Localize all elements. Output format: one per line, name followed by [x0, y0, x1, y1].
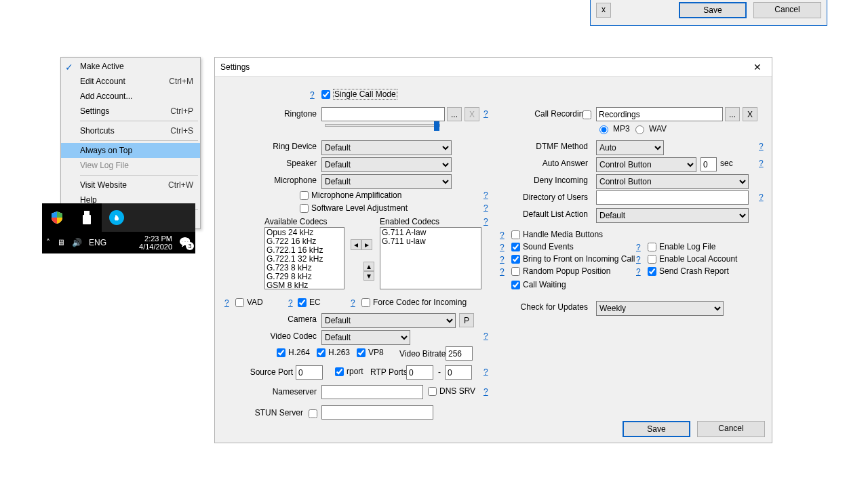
recordings-clear-button[interactable]: X — [743, 107, 757, 121]
tray-security-icon[interactable] — [42, 203, 72, 232]
ec-checkbox[interactable] — [298, 298, 307, 307]
tray-app-icon[interactable] — [102, 203, 132, 232]
menu-shortcuts[interactable]: ShortcutsCtrl+S — [61, 123, 200, 138]
enable-local-checkbox[interactable] — [648, 255, 656, 264]
help-link[interactable]: ? — [484, 217, 488, 226]
deny-incoming-select[interactable]: Control Button — [596, 174, 749, 189]
force-codec-checkbox[interactable] — [361, 298, 370, 307]
tray-clock[interactable]: 2:23 PM 4/14/2020 — [139, 235, 172, 251]
parent-cancel-button[interactable]: Cancel — [753, 2, 821, 18]
wav-radio[interactable] — [635, 125, 644, 134]
tray-usb-icon[interactable] — [72, 203, 102, 232]
enabled-codecs-list[interactable]: G.711 A-law G.711 u-law — [380, 227, 481, 289]
send-crash-checkbox[interactable] — [648, 267, 656, 276]
speaker-select[interactable]: Default — [321, 157, 452, 172]
codec-move-left-button[interactable]: ◂ — [351, 239, 361, 250]
help-link[interactable]: ? — [224, 298, 229, 308]
auto-answer-select[interactable]: Control Button — [596, 157, 696, 172]
dns-srv-checkbox[interactable] — [428, 387, 437, 396]
help-link[interactable]: ? — [288, 298, 293, 308]
ringtone-volume-slider[interactable] — [325, 124, 440, 127]
parent-dialog-x-button[interactable]: x — [596, 3, 611, 18]
bring-front-checkbox[interactable] — [511, 255, 520, 264]
menu-view-log[interactable]: View Log File — [61, 158, 200, 173]
enable-log-checkbox[interactable] — [648, 243, 656, 251]
tray-chevron-up-icon[interactable]: ˄ — [46, 238, 50, 247]
handle-media-checkbox[interactable] — [511, 230, 520, 239]
codec-move-up-button[interactable]: ▴ — [363, 262, 374, 271]
help-link[interactable]: ? — [484, 331, 488, 341]
menu-add-account[interactable]: Add Account... — [61, 89, 200, 104]
help-link[interactable]: ? — [351, 298, 355, 308]
menu-edit-account[interactable]: Edit AccountCtrl+M — [61, 74, 200, 89]
cancel-button[interactable]: Cancel — [697, 421, 765, 437]
sw-level-checkbox[interactable] — [300, 204, 309, 213]
stun-checkbox[interactable] — [309, 409, 317, 418]
titlebar[interactable]: Settings ✕ — [215, 58, 772, 77]
available-codecs-list[interactable]: Opus 24 kHz G.722 16 kHz G.722.1 16 kHz … — [264, 227, 344, 289]
slider-thumb-icon[interactable] — [434, 121, 439, 131]
help-link[interactable]: ? — [484, 387, 488, 396]
codec-move-right-button[interactable]: ▸ — [361, 239, 372, 250]
tray-monitor-icon[interactable]: 🖥 — [57, 238, 65, 247]
recordings-browse-button[interactable]: ... — [725, 107, 740, 121]
help-link[interactable]: ? — [759, 142, 764, 151]
auto-answer-delay-input[interactable] — [701, 157, 717, 171]
call-waiting-checkbox[interactable] — [511, 281, 520, 289]
h264-checkbox[interactable] — [277, 348, 285, 357]
help-link[interactable]: ? — [500, 267, 505, 277]
help-link[interactable]: ? — [484, 367, 488, 377]
parent-save-button[interactable]: Save — [679, 2, 747, 18]
menu-visit-website[interactable]: Visit WebsiteCtrl+W — [61, 178, 200, 192]
camera-preview-button[interactable]: P — [459, 313, 474, 327]
default-list-select[interactable]: Default — [596, 208, 749, 223]
help-link[interactable]: ? — [500, 255, 505, 264]
help-link[interactable]: ? — [759, 159, 764, 168]
help-link[interactable]: ? — [310, 90, 315, 100]
ring-device-select[interactable]: Default — [321, 140, 452, 155]
help-link[interactable]: ? — [759, 192, 764, 202]
help-link[interactable]: ? — [484, 109, 488, 119]
menu-make-active[interactable]: ✓Make Active — [61, 59, 200, 74]
codec-move-down-button[interactable]: ▾ — [363, 271, 374, 281]
help-link[interactable]: ? — [500, 243, 505, 252]
mic-amp-checkbox[interactable] — [300, 191, 309, 200]
menu-always-on-top[interactable]: Always on Top — [61, 143, 200, 158]
rand-popup-checkbox[interactable] — [511, 267, 520, 276]
close-button[interactable]: ✕ — [743, 58, 772, 77]
h263-checkbox[interactable] — [317, 348, 326, 357]
dir-users-input[interactable] — [596, 190, 749, 205]
ringtone-input[interactable] — [321, 107, 445, 121]
recordings-input[interactable] — [596, 107, 723, 121]
stun-input[interactable] — [321, 405, 433, 420]
help-link[interactable]: ? — [636, 267, 641, 277]
help-link[interactable]: ? — [484, 190, 488, 200]
rtp-from-input[interactable] — [406, 365, 433, 380]
dtmf-select[interactable]: Auto — [596, 140, 664, 155]
tray-language[interactable]: ENG — [89, 238, 106, 247]
help-link[interactable]: ? — [500, 230, 505, 240]
help-link[interactable]: ? — [636, 255, 641, 264]
camera-select[interactable]: Default — [321, 313, 456, 328]
mp3-radio[interactable] — [599, 125, 608, 134]
tray-volume-icon[interactable]: 🔊 — [72, 238, 82, 247]
single-call-mode-checkbox[interactable] — [321, 90, 330, 99]
rport-checkbox[interactable] — [335, 367, 344, 376]
rtp-to-input[interactable] — [445, 365, 472, 380]
call-recording-checkbox[interactable] — [583, 110, 591, 119]
sound-events-checkbox[interactable] — [511, 243, 520, 251]
check-updates-select[interactable]: Weekly — [596, 301, 724, 316]
ringtone-browse-button[interactable]: ... — [447, 107, 462, 121]
nameserver-input[interactable] — [321, 385, 423, 399]
microphone-select[interactable]: Default — [321, 174, 452, 189]
video-codec-select[interactable]: Default — [321, 330, 410, 345]
codec-item[interactable]: G.711 u-law — [382, 237, 479, 246]
codec-item[interactable]: GSM 8 kHz — [267, 281, 342, 289]
vp8-checkbox[interactable] — [357, 348, 366, 357]
menu-settings[interactable]: SettingsCtrl+P — [61, 104, 200, 119]
help-link[interactable]: ? — [484, 203, 488, 213]
help-link[interactable]: ? — [636, 243, 641, 252]
vad-checkbox[interactable] — [235, 298, 244, 307]
ringtone-clear-button[interactable]: X — [465, 107, 479, 121]
save-button[interactable]: Save — [623, 421, 690, 437]
